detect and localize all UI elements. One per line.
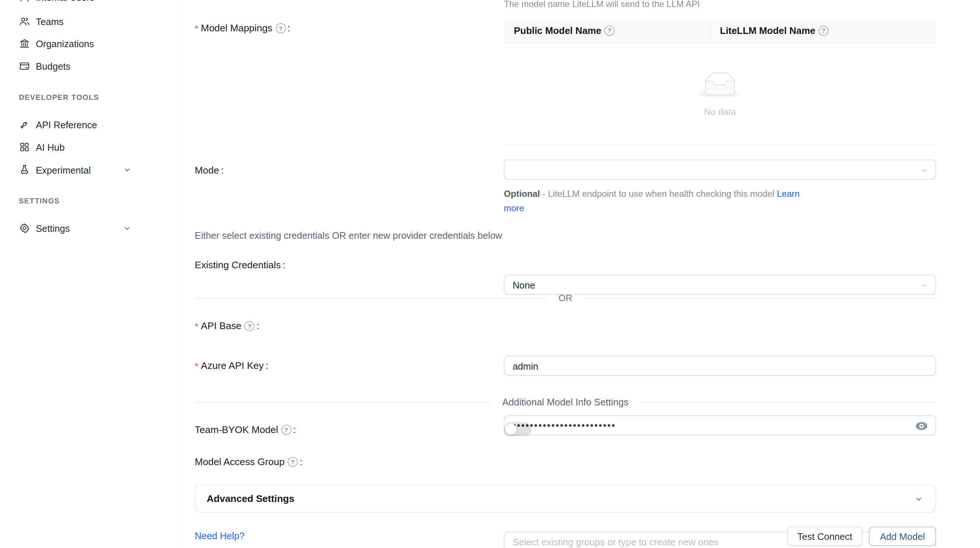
api-base-value: admin xyxy=(512,360,538,371)
required-mark: * xyxy=(195,24,199,33)
team-byok-label: Team-BYOK Model ? : xyxy=(195,423,296,437)
model-access-group-label: Model Access Group ? : xyxy=(195,455,302,469)
model-mappings-label: * Model Mappings ? : xyxy=(195,21,290,35)
chevron-down-icon xyxy=(123,224,132,233)
api-plug-icon xyxy=(19,119,30,130)
sidebar-item-label: Experimental xyxy=(36,164,91,175)
flask-icon xyxy=(19,164,30,175)
info-section-divider: Additional Model Info Settings xyxy=(195,397,936,407)
required-mark: * xyxy=(195,321,199,331)
divider-line xyxy=(195,297,547,298)
divider-line xyxy=(584,297,936,298)
need-help-link[interactable]: Need Help? xyxy=(195,530,245,541)
chevron-down-icon xyxy=(123,165,132,174)
sidebar-item-budgets[interactable]: Budgets xyxy=(0,54,178,77)
advanced-settings-panel[interactable]: Advanced Settings xyxy=(195,484,936,513)
column-header-public-model-name: Public Model Name ? xyxy=(504,25,710,36)
divider-line xyxy=(640,402,936,402)
no-data-text: No data xyxy=(704,107,736,117)
column-header-litellm-model-name: LiteLLM Model Name ? xyxy=(710,25,829,36)
or-divider: OR xyxy=(195,293,936,303)
sidebar-item-label: Organizations xyxy=(36,38,94,49)
api-base-label: * API Base ? : xyxy=(195,319,259,333)
help-circle-icon[interactable]: ? xyxy=(288,457,298,467)
gear-icon xyxy=(19,223,30,234)
sidebar-item-ai-hub[interactable]: AI Hub xyxy=(0,135,178,158)
mode-select[interactable] xyxy=(504,159,936,180)
sidebar-item-organizations[interactable]: Organizations xyxy=(0,32,178,54)
or-divider-text: OR xyxy=(558,293,572,303)
info-section-title: Additional Model Info Settings xyxy=(502,397,628,407)
existing-credentials-label: Existing Credentials : xyxy=(195,258,286,272)
sidebar-item-label: Teams xyxy=(36,16,64,27)
sidebar: Internal Users Teams Organizations Budge… xyxy=(0,0,178,548)
empty-box-icon xyxy=(700,72,740,100)
model-name-help-text: The model name LiteLLM will send to the … xyxy=(504,0,700,9)
advanced-settings-title: Advanced Settings xyxy=(207,493,294,505)
grid-icon xyxy=(19,142,30,153)
chevron-down-icon xyxy=(920,281,928,292)
chevron-down-icon xyxy=(915,495,923,506)
sidebar-item-api-reference[interactable]: API Reference xyxy=(0,113,178,135)
column-divider xyxy=(710,23,711,38)
help-circle-icon[interactable]: ? xyxy=(281,425,291,435)
sidebar-item-settings[interactable]: Settings xyxy=(0,217,178,239)
team-icon xyxy=(19,16,30,27)
help-circle-icon[interactable]: ? xyxy=(245,321,255,331)
app-root: Internal Users Teams Organizations Budge… xyxy=(0,0,980,548)
azure-api-key-label: * Azure API Key : xyxy=(195,359,269,373)
sidebar-section-developer-tools: DEVELOPER TOOLS xyxy=(19,93,99,101)
user-icon xyxy=(19,0,30,3)
help-circle-icon[interactable]: ? xyxy=(605,25,614,35)
existing-credentials-select[interactable]: None xyxy=(504,274,936,295)
sidebar-item-label: API Reference xyxy=(36,119,97,130)
help-circle-icon[interactable]: ? xyxy=(275,23,286,33)
table-header-row: Public Model Name ? LiteLLM Model Name ? xyxy=(504,18,936,43)
sidebar-section-settings: SETTINGS xyxy=(19,197,60,205)
add-model-form: The model name LiteLLM will send to the … xyxy=(178,0,980,548)
toggle-knob xyxy=(505,424,517,435)
help-circle-icon[interactable]: ? xyxy=(819,25,829,35)
sidebar-item-internal-users[interactable]: Internal Users xyxy=(0,0,178,8)
divider-line xyxy=(195,402,491,402)
bank-icon xyxy=(19,38,30,49)
mode-label: Mode : xyxy=(195,163,224,177)
azure-api-key-input[interactable]: •••••••••••••••••••••••• xyxy=(504,415,936,436)
sidebar-item-label: Budgets xyxy=(36,61,70,72)
credentials-note: Either select existing credentials OR en… xyxy=(195,230,503,241)
team-byok-toggle[interactable] xyxy=(504,422,531,436)
chevron-down-icon xyxy=(920,166,928,177)
test-connect-button[interactable]: Test Connect xyxy=(788,527,863,546)
table-empty-state: No data xyxy=(504,43,936,145)
eye-icon[interactable] xyxy=(915,422,928,430)
required-mark: * xyxy=(195,361,199,371)
model-mappings-table: Public Model Name ? LiteLLM Model Name ?… xyxy=(504,18,936,145)
sidebar-item-teams[interactable]: Teams xyxy=(0,10,178,32)
api-base-input[interactable]: admin xyxy=(504,355,936,376)
sidebar-item-label: Internal Users xyxy=(36,0,94,2)
sidebar-item-label: Settings xyxy=(36,223,70,233)
add-model-button[interactable]: Add Model xyxy=(869,527,936,546)
sidebar-item-label: AI Hub xyxy=(36,142,64,153)
masked-password-value: •••••••••••••••••••••••• xyxy=(512,415,635,436)
sidebar-item-experimental[interactable]: Experimental xyxy=(0,158,178,181)
mode-help-text: Optional - LiteLLM endpoint to use when … xyxy=(504,186,818,215)
credit-card-icon xyxy=(19,61,30,72)
selected-value: None xyxy=(512,279,535,290)
select-placeholder: Select existing groups or type to create… xyxy=(512,536,718,547)
